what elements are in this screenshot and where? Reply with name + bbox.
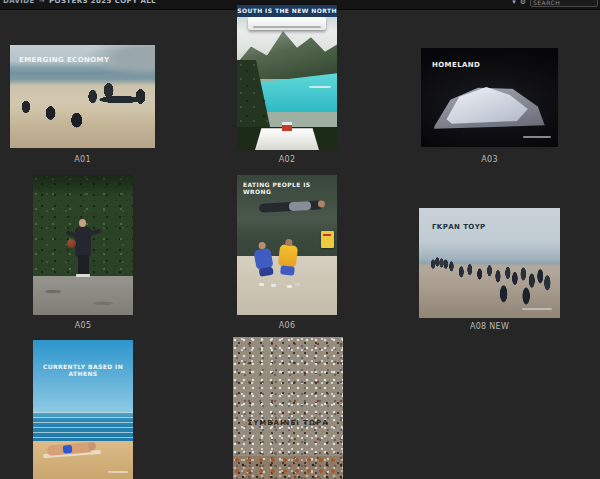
search-input[interactable]: [530, 0, 598, 7]
poster-title: EATING PEOPLE IS WRONG: [243, 182, 337, 196]
poster-title: HOMELAND: [432, 61, 480, 69]
white-table: [255, 128, 319, 150]
crowd-foreground: [233, 456, 343, 479]
poster-thumbnail-crowd[interactable]: ΣΥΜΒΑΙΝΕΙ ΤΩΡΑ: [233, 337, 343, 479]
figure-legs: [78, 255, 89, 274]
breadcrumb: DAVIDE → POSTERS 2025 COPY ALL: [0, 0, 156, 5]
poster-thumbnail-a02[interactable]: SOUTH IS THE NEW NORTH: [237, 5, 337, 150]
fine-print: [309, 86, 331, 88]
poster-label: A02: [237, 155, 337, 164]
poster-label: A03: [421, 155, 558, 164]
sea-waves: [33, 412, 133, 441]
pavement: [33, 276, 133, 315]
fine-print: [522, 308, 552, 310]
poster-label: A01: [10, 155, 155, 164]
standing-man: [75, 227, 91, 257]
sneakers: [259, 283, 264, 286]
fine-print: [523, 136, 551, 138]
toolbar-controls: ▾ ⚙: [512, 0, 598, 7]
poster-label: A06: [237, 321, 337, 330]
crouching-kid-yellow: [278, 244, 298, 268]
poster-title: EMERGING ECONOMY: [19, 56, 109, 64]
poster-label: A08 NEW: [419, 322, 560, 331]
chevron-down-icon[interactable]: ▾: [512, 0, 516, 6]
poster-thumbnail-a03[interactable]: HOMELAND: [421, 48, 558, 147]
poster-title: ΓΚΡΑΝ ΤΟΥΡ: [432, 223, 486, 231]
poster-title: ΣΥΜΒΑΙΝΕΙ ΤΩΡΑ: [233, 419, 343, 427]
breadcrumb-separator-icon: →: [39, 0, 45, 5]
yellow-sign: [321, 231, 334, 248]
red-box: [282, 122, 292, 131]
breadcrumb-current[interactable]: POSTERS 2025 COPY ALL: [49, 0, 156, 5]
air-conditioner: [248, 17, 326, 30]
breadcrumb-parent[interactable]: DAVIDE: [3, 0, 35, 5]
basketball: [67, 239, 76, 248]
gear-icon[interactable]: ⚙: [520, 0, 526, 6]
poster-thumbnail-athens[interactable]: CURRENTLY BASED IN ATHENS: [33, 340, 133, 479]
crouching-kid-blue: [253, 248, 273, 271]
poster-thumbnail-a06[interactable]: EATING PEOPLE IS WRONG: [237, 175, 337, 315]
poster-title: SOUTH IS THE NEW NORTH: [237, 8, 337, 15]
fine-print: [108, 471, 128, 473]
gallery-window: DAVIDE → POSTERS 2025 COPY ALL ▾ ⚙ EMERG…: [0, 0, 600, 479]
poster-title: CURRENTLY BASED IN ATHENS: [33, 364, 133, 378]
poster-thumbnail-a01[interactable]: EMERGING ECONOMY: [10, 45, 155, 148]
poster-thumbnail-a05[interactable]: [33, 175, 133, 315]
poster-thumbnail-a08[interactable]: ΓΚΡΑΝ ΤΟΥΡ: [419, 208, 560, 318]
poster-label: A05: [33, 321, 133, 330]
